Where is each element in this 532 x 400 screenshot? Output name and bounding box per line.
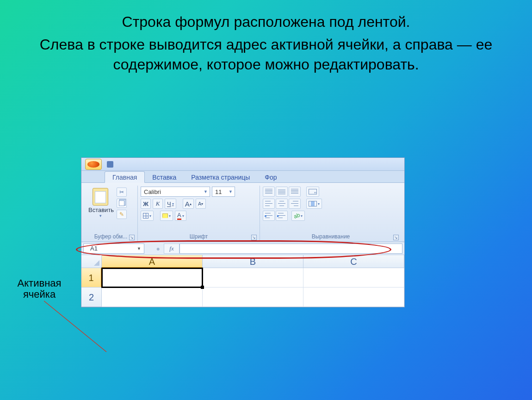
cell-b2[interactable] xyxy=(203,288,303,307)
italic-button[interactable]: К xyxy=(153,199,163,209)
worksheet-grid[interactable]: A B C 1 2 xyxy=(81,255,404,307)
grow-font-button[interactable]: A▴ xyxy=(183,199,194,209)
scissors-icon: ✂ xyxy=(119,189,124,195)
align-top-icon xyxy=(265,189,272,194)
font-size-value: 11 xyxy=(215,188,222,195)
active-cell-callout: Активная ячейка xyxy=(5,278,74,300)
align-right-button[interactable] xyxy=(289,199,301,209)
align-left-icon xyxy=(265,201,272,206)
name-box-value: A1 xyxy=(90,245,98,252)
insert-function-button[interactable]: fx xyxy=(164,244,179,254)
borders-button[interactable]: ▾ xyxy=(141,211,154,221)
title-bar xyxy=(81,158,404,171)
outdent-icon: ◂ xyxy=(265,213,272,219)
formula-input[interactable] xyxy=(179,244,402,254)
align-middle-button[interactable] xyxy=(276,187,288,197)
decrease-indent-button[interactable]: ◂ xyxy=(263,211,275,221)
underline-button[interactable]: Ч▾ xyxy=(165,199,176,209)
name-box[interactable]: A1 ▼ xyxy=(83,244,144,254)
align-bottom-icon xyxy=(291,189,298,194)
qat-save-icon[interactable] xyxy=(107,161,113,168)
row-header-1[interactable]: 1 xyxy=(81,268,102,288)
merge-icon xyxy=(309,201,317,206)
cell-a2[interactable] xyxy=(102,288,203,307)
svg-line-0 xyxy=(44,301,106,352)
chevron-down-icon: ▼ xyxy=(137,246,141,251)
dialog-launcher-icon[interactable]: ↘ xyxy=(251,235,257,240)
font-name-value: Calibri xyxy=(144,188,161,195)
slide-title-block: Строка формул расположена под лентой. Сл… xyxy=(0,0,532,82)
formula-bar-separator: ● xyxy=(144,244,164,254)
increase-indent-button[interactable]: ▸ xyxy=(276,211,288,221)
cell-b1[interactable] xyxy=(203,268,303,288)
align-top-button[interactable] xyxy=(263,187,275,197)
cell-a1[interactable] xyxy=(102,268,203,288)
tab-home[interactable]: Главная xyxy=(105,171,145,183)
group-font: Calibri ▼ 11 ▼ Ж К Ч▾ A▴ xyxy=(138,186,260,242)
ribbon: Вставить ▾ ✂ ✎ xyxy=(81,183,404,242)
orientation-button[interactable]: ab▾ xyxy=(291,211,305,221)
copy-icon xyxy=(119,200,124,206)
copy-button[interactable] xyxy=(117,199,127,208)
formula-bar-area: A1 ▼ ● fx xyxy=(81,242,404,255)
tab-formulas-partial[interactable]: Фор xyxy=(257,172,284,182)
ribbon-tabs: Главная Вставка Разметка страницы Фор xyxy=(81,171,404,183)
paint-bucket-icon xyxy=(162,213,168,218)
brush-icon: ✎ xyxy=(119,211,124,218)
format-painter-button[interactable]: ✎ xyxy=(117,210,127,219)
dialog-launcher-icon[interactable]: ↘ xyxy=(129,235,135,240)
align-right-icon xyxy=(291,201,298,206)
office-button[interactable] xyxy=(85,159,102,170)
slide-line2: Слева в строке выводится адрес активной … xyxy=(37,35,495,75)
chevron-down-icon: ▼ xyxy=(229,189,233,194)
font-group-label: Шрифт ↘ xyxy=(141,232,257,241)
formula-bar: A1 ▼ ● fx xyxy=(81,242,404,255)
paste-icon xyxy=(93,188,108,206)
clipboard-group-label: Буфер обм... ↘ xyxy=(87,232,135,241)
cut-button[interactable]: ✂ xyxy=(117,188,127,197)
wrap-text-button[interactable]: ↵ xyxy=(306,187,319,197)
fill-color-button[interactable]: ▾ xyxy=(160,211,173,221)
font-color-button[interactable]: A▾ xyxy=(175,211,186,221)
column-header-b[interactable]: B xyxy=(203,255,303,268)
indent-icon: ▸ xyxy=(278,213,285,219)
tab-insert[interactable]: Вставка xyxy=(145,172,184,182)
column-header-a[interactable]: A xyxy=(102,255,203,268)
excel-window: Главная Вставка Разметка страницы Фор Вс… xyxy=(81,157,405,307)
bold-button[interactable]: Ж xyxy=(141,199,151,209)
align-middle-icon xyxy=(278,189,285,194)
align-bottom-button[interactable] xyxy=(289,187,301,197)
merge-center-button[interactable]: ▾ xyxy=(306,199,322,209)
orientation-icon: ab xyxy=(293,212,301,220)
group-alignment: ↵ ▾ ◂ ▸ ab▾ xyxy=(260,186,402,242)
chevron-down-icon: ▼ xyxy=(204,189,208,194)
align-center-button[interactable] xyxy=(276,199,288,209)
paste-button[interactable]: Вставить ▾ xyxy=(87,187,114,219)
callout-text: Активная ячейка xyxy=(18,277,62,300)
borders-icon xyxy=(143,213,148,219)
paste-label: Вставить xyxy=(88,206,112,213)
fx-label: fx xyxy=(169,245,173,252)
cell-c1[interactable] xyxy=(303,268,404,288)
font-color-icon: A xyxy=(177,212,181,220)
row-header-2[interactable]: 2 xyxy=(81,288,102,307)
slide-line1: Строка формул расположена под лентой. xyxy=(37,12,495,32)
group-clipboard: Вставить ▾ ✂ ✎ xyxy=(84,186,138,242)
align-left-button[interactable] xyxy=(263,199,275,209)
column-header-c[interactable]: C xyxy=(303,255,404,268)
font-size-combo[interactable]: 11 ▼ xyxy=(212,187,235,197)
font-name-combo[interactable]: Calibri ▼ xyxy=(141,187,210,197)
wrap-text-icon: ↵ xyxy=(309,189,317,194)
tab-page-layout[interactable]: Разметка страницы xyxy=(184,172,257,182)
align-center-icon xyxy=(278,201,285,206)
cell-c2[interactable] xyxy=(303,288,404,307)
dialog-launcher-icon[interactable]: ↘ xyxy=(393,235,399,240)
select-all-corner[interactable] xyxy=(81,255,102,268)
shrink-font-button[interactable]: A▾ xyxy=(196,199,206,209)
alignment-group-label: Выравнивание ↘ xyxy=(263,232,399,241)
